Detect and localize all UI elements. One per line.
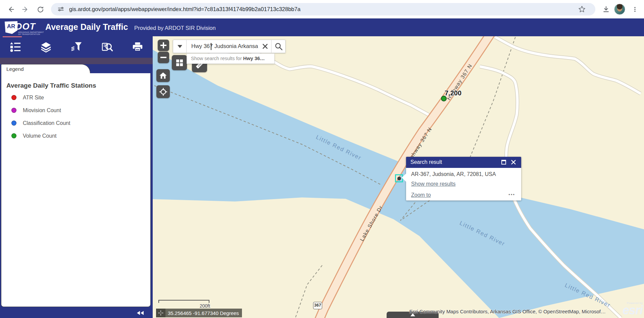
toolbar-attribute-search-button[interactable]	[92, 36, 122, 58]
chevron-down-icon	[178, 45, 182, 48]
attribute-search-icon	[101, 41, 113, 53]
coordinates-widget: 35.256465 -91.677340 Degrees	[156, 309, 242, 317]
legend-layer-title: Average Daily Traffic Stations	[6, 82, 96, 89]
chevron-left-icon	[141, 311, 144, 315]
profile-avatar[interactable]	[614, 4, 625, 15]
print-icon	[132, 41, 143, 53]
coordinates-value: 35.256465 -91.677340 Degrees	[165, 310, 242, 316]
suggestion-term: Hwy 36…	[243, 56, 265, 61]
popup-header[interactable]: Search result	[406, 157, 521, 168]
toolbar-print-button[interactable]	[122, 36, 153, 58]
text-caret	[211, 43, 211, 50]
widget-toolbar	[0, 36, 153, 58]
reload-icon[interactable]	[36, 5, 45, 14]
popup-title: Search result	[410, 159, 442, 165]
back-icon[interactable]	[6, 5, 15, 14]
legend-item-label: Volume Count	[23, 133, 57, 139]
scale-bar	[158, 300, 209, 303]
map-canvas[interactable]: Little Red River Little Red River Little…	[153, 36, 644, 318]
popup-result-text: AR-367, Judsonia, AR, 72081, USA	[411, 171, 496, 177]
site-info-icon[interactable]	[57, 5, 64, 14]
zoom-out-button[interactable]	[158, 52, 169, 63]
crosshair-icon	[159, 87, 168, 96]
panel-divider	[0, 58, 153, 64]
toolbar-layers-button[interactable]	[31, 36, 61, 58]
maximize-icon[interactable]	[501, 160, 506, 165]
map-attribution: Esri Community Maps Contributors, Arkans…	[388, 309, 606, 314]
legend-item-miovision: Miovision Count	[1, 107, 149, 115]
filter-icon	[71, 41, 82, 53]
esri-logo: Powered by esri	[614, 302, 643, 316]
page-title: Average Daily Traffic	[45, 22, 128, 32]
legend-item-label: Miovision Count	[23, 107, 61, 113]
basemap-gallery-button[interactable]	[172, 55, 187, 70]
tab-legend[interactable]: Legend	[1, 64, 90, 73]
toolbar-legend-button[interactable]	[0, 36, 31, 58]
ardot-logo: AR DOT ARKANSAS DEPARTMENT OF TRANSPORTA…	[5, 21, 45, 35]
forward-icon[interactable]	[21, 5, 30, 14]
legend-item-classification: Classification Count	[1, 120, 149, 128]
show-more-results-link[interactable]: Show more results	[411, 181, 456, 187]
classification-count-dot	[11, 121, 16, 126]
chevron-left-icon	[137, 311, 140, 315]
volume-count-dot	[11, 133, 16, 138]
legend-item-atr: ATR Site	[1, 94, 149, 102]
home-button[interactable]	[156, 69, 170, 82]
popup-more-options[interactable]: •••	[508, 192, 515, 197]
url-bar[interactable]: gis.ardot.gov/portal/apps/webappviewer/i…	[51, 3, 595, 15]
legend-item-volume: Volume Count	[1, 132, 149, 140]
sidebar: Legend Average Daily Traffic Stations AT…	[0, 36, 153, 318]
route-shield: 367	[313, 302, 322, 309]
page-subtitle: Provided by ARDOT SIR Division	[134, 25, 216, 31]
browser-toolbar: gis.ardot.gov/portal/apps/webappviewer/i…	[0, 0, 644, 18]
station-count-label: 7,200	[445, 89, 461, 97]
screen: gis.ardot.gov/portal/apps/webappviewer/i…	[0, 0, 644, 318]
search-input[interactable]: Hwy 367 Judsonia Arkansa	[187, 40, 271, 53]
zoom-to-link[interactable]: Zoom to	[411, 192, 431, 198]
toolbar-filter-button[interactable]	[61, 36, 92, 58]
close-icon[interactable]	[510, 159, 516, 165]
app-header: AR DOT ARKANSAS DEPARTMENT OF TRANSPORTA…	[0, 18, 644, 36]
legend-item-label: Classification Count	[23, 120, 70, 126]
search-source-dropdown[interactable]	[173, 40, 187, 53]
downloads-icon[interactable]	[601, 5, 611, 14]
collapse-panel-button[interactable]	[137, 311, 144, 315]
legend-icon	[10, 41, 21, 53]
suggestion-prefix: Show search results for	[191, 56, 243, 61]
search-suggestion[interactable]: Show search results for Hwy 36…	[187, 53, 275, 64]
miovision-count-dot	[11, 108, 16, 113]
search-icon	[274, 42, 283, 51]
sidebar-footer	[0, 308, 153, 318]
tab-legend-label: Legend	[6, 66, 24, 72]
locate-button[interactable]	[156, 85, 170, 98]
clear-search-icon[interactable]	[260, 42, 270, 51]
legend-panel: Average Daily Traffic Stations ATR Site …	[1, 73, 151, 307]
url-text: gis.ardot.gov/portal/apps/webappviewer/i…	[69, 3, 300, 15]
popup-pointer	[402, 174, 406, 182]
home-icon	[159, 71, 167, 80]
browser-menu-icon[interactable]	[630, 5, 640, 14]
bookmark-star-icon[interactable]	[578, 5, 586, 14]
coordinates-crosshair-icon[interactable]	[156, 309, 165, 317]
logo-department-text: ARKANSAS DEPARTMENT OF TRANSPORTATION	[18, 31, 44, 35]
grid-icon	[175, 58, 184, 67]
search-result-popup: Search result AR-367, Judsonia, AR, 7208…	[406, 157, 521, 200]
atr-site-dot	[11, 95, 16, 100]
scale-label: 200ft	[200, 303, 210, 309]
panel-tab-row: Legend	[0, 64, 153, 73]
active-widget-indicator	[3, 36, 22, 37]
volume-count-station-dot[interactable]	[441, 96, 447, 101]
search-input-value: Hwy 367 Judsonia Arkansa	[191, 43, 258, 49]
logo-dot-text: DOT	[15, 21, 36, 32]
legend-item-label: ATR Site	[23, 95, 44, 101]
layers-icon	[40, 41, 52, 53]
search-submit-button[interactable]	[271, 40, 286, 53]
search-bar: Hwy 367 Judsonia Arkansa	[173, 40, 286, 53]
esri-wordmark: esri	[614, 305, 643, 316]
zoom-in-button[interactable]	[158, 40, 169, 51]
